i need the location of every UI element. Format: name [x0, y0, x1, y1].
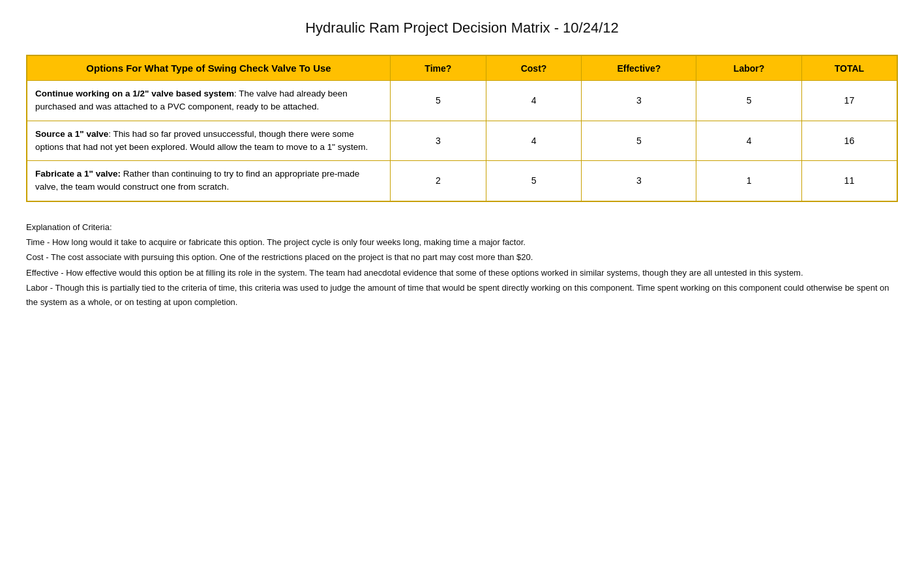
option-cell-1: Source a 1" valve: This had so far prove… [27, 121, 390, 161]
table-row: Source a 1" valve: This had so far prove… [27, 121, 897, 161]
option-cell-0: Continue working on a 1/2" valve based s… [27, 81, 390, 121]
col-header-labor: Labor? [696, 55, 801, 81]
criteria-line-1: Cost - The cost associate with pursuing … [26, 250, 898, 264]
col-header-total: TOTAL [801, 55, 897, 81]
table-row: Continue working on a 1/2" valve based s… [27, 81, 897, 121]
col-header-effective: Effective? [582, 55, 696, 81]
time-cell-1: 3 [390, 121, 486, 161]
col-header-cost: Cost? [486, 55, 582, 81]
criteria-line-0: Time - How long would it take to acquire… [26, 235, 898, 249]
effective-cell-1: 5 [582, 121, 696, 161]
cost-cell-1: 4 [486, 121, 582, 161]
criteria-heading: Explanation of Criteria: [26, 220, 898, 234]
criteria-line-3: Labor - Though this is partially tied to… [26, 281, 898, 309]
criteria-section: Explanation of Criteria: Time - How long… [26, 220, 898, 310]
labor-cell-0: 5 [696, 81, 801, 121]
option-cell-2: Fabricate a 1" valve: Rather than contin… [27, 161, 390, 201]
total-cell-1: 16 [801, 121, 897, 161]
criteria-line-2: Effective - How effective would this opt… [26, 266, 898, 280]
decision-matrix-table: Options For What Type of Swing Check Val… [26, 55, 898, 202]
labor-cell-2: 1 [696, 161, 801, 201]
effective-cell-0: 3 [582, 81, 696, 121]
table-row: Fabricate a 1" valve: Rather than contin… [27, 161, 897, 201]
cost-cell-2: 5 [486, 161, 582, 201]
time-cell-0: 5 [390, 81, 486, 121]
time-cell-2: 2 [390, 161, 486, 201]
col-header-time: Time? [390, 55, 486, 81]
total-cell-2: 11 [801, 161, 897, 201]
option-label-bold-0: Continue working on a 1/2" valve based s… [35, 89, 234, 98]
option-label-bold-2: Fabricate a 1" valve: [35, 169, 121, 179]
labor-cell-1: 4 [696, 121, 801, 161]
option-label-bold-1: Source a 1" valve [35, 129, 108, 139]
total-cell-0: 17 [801, 81, 897, 121]
effective-cell-2: 3 [582, 161, 696, 201]
col-header-option: Options For What Type of Swing Check Val… [27, 55, 390, 81]
page-title: Hydraulic Ram Project Decision Matrix - … [26, 20, 898, 36]
cost-cell-0: 4 [486, 81, 582, 121]
